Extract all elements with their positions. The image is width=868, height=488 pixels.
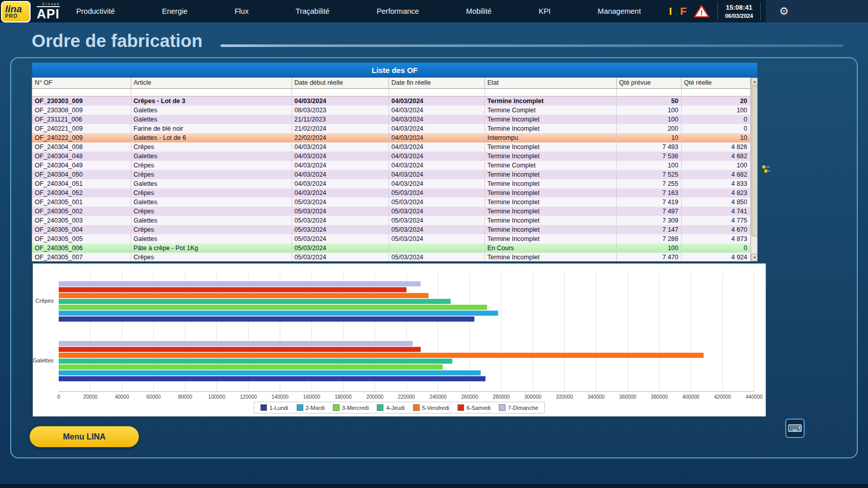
column-header[interactable]: Etat <box>485 78 616 88</box>
filter-cell[interactable] <box>485 88 616 96</box>
nav-item-performance[interactable]: Performance <box>377 7 419 15</box>
legend-item: 1-Lundi <box>260 404 288 411</box>
table-settings-icon[interactable] <box>761 163 771 175</box>
cell-date_fin: 04/03/2024 <box>389 115 485 124</box>
table-row[interactable]: OF_240305_001Galettes05/03/202405/03/202… <box>32 198 750 207</box>
cell-qte_prevue: 200 <box>616 124 681 133</box>
table-row[interactable]: OF_240304_051Galettes04/03/202404/03/202… <box>32 179 750 188</box>
cell-date_fin: 05/03/2024 <box>389 216 485 225</box>
table-row[interactable]: OF_240304_008Crêpes04/03/202404/03/2024T… <box>32 142 750 152</box>
cell-etat: Termine Incomplet <box>485 96 616 106</box>
table-row[interactable]: OF_240304_049Crêpes04/03/202404/03/2024T… <box>32 161 750 170</box>
cell-n_of: OF_240304_008 <box>32 142 131 152</box>
table-row[interactable]: OF_240305_007Crêpes05/03/202405/03/2024T… <box>32 253 750 262</box>
table-row[interactable]: OF_240305_004Crêpes05/03/202405/03/2024T… <box>32 225 750 234</box>
x-tick-label: 300000 <box>524 394 542 400</box>
lina-pro-logo[interactable]: lina PRO <box>1 1 31 22</box>
x-tick-label: 0 <box>57 394 60 400</box>
cell-qte_reelle: 0 <box>681 243 750 253</box>
table-row[interactable]: OF_240305_006Pâte à crêpe - Pot 1Kg05/03… <box>32 243 750 253</box>
filter-cell[interactable] <box>616 88 681 96</box>
table-row[interactable]: OF_230308_009Galettes08/03/202304/03/202… <box>32 106 750 115</box>
table-row[interactable]: OF_240305_005Galettes05/03/202405/03/202… <box>32 234 750 243</box>
filter-cell[interactable] <box>32 88 131 96</box>
cell-date_fin: 04/03/2024 <box>389 170 485 179</box>
cell-date_debut: 21/11/2023 <box>292 115 389 124</box>
cell-qte_reelle: 4 826 <box>681 142 750 152</box>
scrollbar-thumb[interactable] <box>752 86 758 236</box>
table-row[interactable]: OF_240221_009Farine de blé noir21/02/202… <box>32 124 750 133</box>
cell-etat: Termine Incomplet <box>485 225 616 234</box>
cell-date_debut: 21/02/2024 <box>292 124 389 133</box>
column-header[interactable]: Qté prévue <box>616 78 681 88</box>
cell-qte_prevue: 7 288 <box>616 234 681 243</box>
table-row[interactable]: OF_240304_050Crêpes04/03/202404/03/2024T… <box>32 170 750 179</box>
nav-item-kpi[interactable]: KPI <box>539 7 550 15</box>
cell-n_of: OF_240221_009 <box>32 124 131 133</box>
cell-qte_prevue: 7 419 <box>616 198 681 207</box>
menu-lina-button[interactable]: Menu LINA <box>30 426 139 447</box>
cell-n_of: OF_240305_005 <box>32 234 131 243</box>
keyboard-icon[interactable]: ⌨ <box>785 419 805 438</box>
gear-icon[interactable]: ⚙ <box>779 5 789 17</box>
table-row[interactable]: OF_231121_006Galettes21/11/202304/03/202… <box>32 115 750 124</box>
cell-date_debut: 04/03/2024 <box>292 170 389 179</box>
nav-item-flux[interactable]: Flux <box>234 7 248 15</box>
x-tick-label: 20000 <box>83 394 98 400</box>
table-row[interactable]: OF_240305_002Crêpes05/03/202405/03/2024T… <box>32 207 750 216</box>
cell-article: Farine de blé noir <box>131 124 292 133</box>
table-settings-dot <box>764 169 767 173</box>
cell-qte_reelle: 0 <box>681 115 750 124</box>
nav-item-mobilite[interactable]: Mobilité <box>466 7 492 15</box>
table-row[interactable]: OF_240304_048Galettes04/03/202404/03/202… <box>32 152 750 161</box>
cell-n_of: OF_240222_009 <box>32 133 131 142</box>
nav-item-tracabilite[interactable]: Traçabilité <box>296 7 329 15</box>
cell-article: Crêpes <box>131 188 292 198</box>
indicator-i: I <box>669 5 672 17</box>
cell-etat: Termine Incomplet <box>485 142 616 152</box>
cell-date_fin: 05/03/2024 <box>389 225 485 234</box>
filter-cell[interactable] <box>292 88 389 96</box>
cell-date_debut: 05/03/2024 <box>292 243 389 253</box>
bar-5-Vendredi-Crêpes <box>59 293 428 298</box>
column-header[interactable]: Date début réelle <box>292 78 389 88</box>
cell-qte_reelle: 4 682 <box>681 170 750 179</box>
legend-item: 7-Dimanche <box>499 404 538 411</box>
chart-legend-box: 1-Lundi2-Mardi3-Mercredi4-Jeudi5-Vendred… <box>254 402 545 413</box>
filter-cell[interactable] <box>681 88 750 96</box>
cell-n_of: OF_240305_007 <box>32 253 131 262</box>
groupe-logo-text: Groupe <box>42 2 60 6</box>
cell-qte_prevue: 7 309 <box>616 216 681 225</box>
scrollbar-up-icon[interactable]: ▲ <box>751 78 758 85</box>
nav-item-productivite[interactable]: Productivité <box>76 7 115 15</box>
cell-qte_reelle: 4 741 <box>681 207 750 216</box>
column-header[interactable]: Date fin réelle <box>389 78 485 88</box>
filter-cell[interactable] <box>131 88 292 96</box>
cell-article: Galettes <box>131 106 292 115</box>
of-list-section: Liste des OF N° OFArticleDate début réel… <box>32 62 758 261</box>
table-scrollbar[interactable]: ▲ ▼ <box>751 78 758 261</box>
x-tick-label: 360000 <box>619 394 637 400</box>
cell-qte_reelle: 4 924 <box>681 253 750 262</box>
table-row[interactable]: OF_240304_052Crêpes04/03/202405/03/2024T… <box>32 188 750 198</box>
x-tick-label: 240000 <box>429 394 447 400</box>
table-row[interactable]: OF_240305_003Galettes05/03/202405/03/202… <box>32 216 750 225</box>
scrollbar-down-icon[interactable]: ▼ <box>751 254 758 261</box>
top-navigation-bar: lina PRO Groupe API ProductivitéEnergieF… <box>0 0 868 22</box>
table-row[interactable]: OF_230303_009Crêpes - Lot de 304/03/2024… <box>32 96 750 106</box>
table-row[interactable]: OF_240222_009Galettes - Lot de 622/02/20… <box>32 133 750 142</box>
column-header[interactable]: Qté réelle <box>681 78 750 88</box>
nav-item-management[interactable]: Management <box>598 7 641 15</box>
nav-item-energie[interactable]: Energie <box>162 7 187 15</box>
cell-n_of: OF_240305_004 <box>32 225 131 234</box>
column-header[interactable]: Article <box>131 78 292 88</box>
cell-etat: En Cours <box>485 243 616 253</box>
legend-item: 3-Mercredi <box>333 404 369 411</box>
alert-triangle-icon[interactable]: ! <box>694 5 709 18</box>
cell-date_fin: 04/03/2024 <box>389 106 485 115</box>
y-category-label: Galettes <box>33 357 54 363</box>
cell-date_fin: 04/03/2024 <box>389 124 485 133</box>
filter-cell[interactable] <box>389 88 485 96</box>
bar-6-Samedi-Galettes <box>59 347 421 352</box>
column-header[interactable]: N° OF <box>32 78 131 88</box>
